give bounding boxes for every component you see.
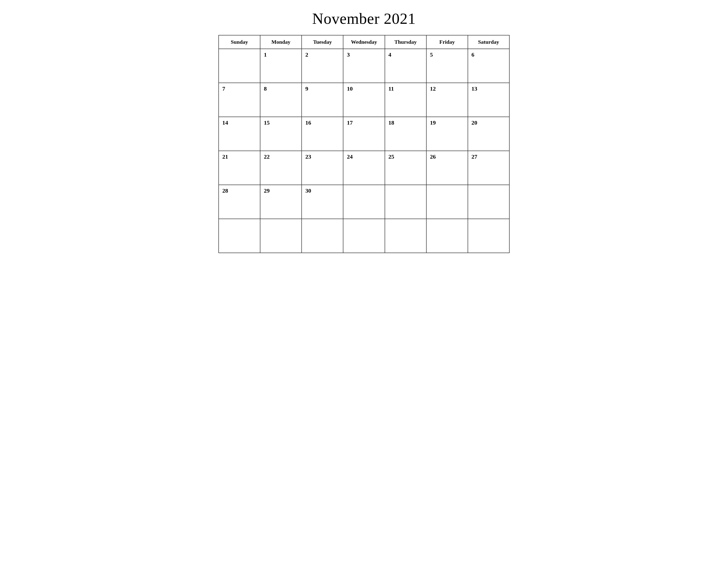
calendar-table: SundayMondayTuesdayWednesdayThursdayFrid… — [218, 35, 510, 253]
day-of-week-header: Monday — [260, 35, 302, 49]
calendar-day-cell: 29 — [260, 185, 302, 219]
calendar-week-row: 14151617181920 — [219, 117, 509, 151]
calendar-week-row — [219, 219, 509, 253]
calendar-day-cell: 1 — [260, 49, 302, 83]
calendar-day-cell: 30 — [302, 185, 343, 219]
day-number: 10 — [347, 85, 381, 92]
day-of-week-header: Sunday — [219, 35, 260, 49]
calendar-day-cell: 21 — [219, 151, 260, 185]
calendar-day-cell: 11 — [385, 83, 426, 117]
day-number: 2 — [305, 51, 339, 58]
calendar-day-cell: 26 — [426, 151, 468, 185]
calendar-day-cell: 2 — [302, 49, 343, 83]
calendar-day-cell: 8 — [260, 83, 302, 117]
day-number: 1 — [264, 51, 298, 58]
header-row: SundayMondayTuesdayWednesdayThursdayFrid… — [219, 35, 509, 49]
calendar-week-row: 21222324252627 — [219, 151, 509, 185]
calendar-day-cell — [468, 185, 509, 219]
day-number: 11 — [389, 85, 423, 92]
calendar-day-cell: 27 — [468, 151, 509, 185]
calendar-day-cell — [219, 219, 260, 253]
calendar-week-row: 282930 — [219, 185, 509, 219]
day-number: 19 — [430, 119, 464, 126]
day-number: 15 — [264, 119, 298, 126]
calendar-day-cell: 28 — [219, 185, 260, 219]
calendar-day-cell — [343, 185, 385, 219]
calendar-day-cell: 25 — [385, 151, 426, 185]
calendar-day-cell: 9 — [302, 83, 343, 117]
day-number: 27 — [472, 153, 506, 160]
day-number: 18 — [389, 119, 423, 126]
day-number: 4 — [389, 51, 423, 58]
day-number: 28 — [222, 187, 256, 194]
day-number: 25 — [389, 153, 423, 160]
calendar-day-cell: 14 — [219, 117, 260, 151]
day-number: 29 — [264, 187, 298, 194]
day-number: 21 — [222, 153, 256, 160]
calendar-day-cell: 3 — [343, 49, 385, 83]
day-number: 6 — [472, 51, 506, 58]
day-of-week-header: Friday — [426, 35, 468, 49]
day-number: 26 — [430, 153, 464, 160]
calendar-day-cell: 12 — [426, 83, 468, 117]
day-number: 16 — [305, 119, 339, 126]
calendar-day-cell: 4 — [385, 49, 426, 83]
calendar-day-cell — [385, 185, 426, 219]
calendar-day-cell: 10 — [343, 83, 385, 117]
day-number: 22 — [264, 153, 298, 160]
calendar-day-cell: 19 — [426, 117, 468, 151]
day-of-week-header: Tuesday — [302, 35, 343, 49]
day-number: 13 — [472, 85, 506, 92]
calendar-day-cell — [385, 219, 426, 253]
calendar-week-row: 78910111213 — [219, 83, 509, 117]
calendar-day-cell: 17 — [343, 117, 385, 151]
calendar-day-cell — [302, 219, 343, 253]
calendar-day-cell: 18 — [385, 117, 426, 151]
calendar-title: November 2021 — [218, 10, 510, 28]
day-number: 23 — [305, 153, 339, 160]
calendar-day-cell — [219, 49, 260, 83]
calendar-day-cell: 24 — [343, 151, 385, 185]
day-number: 30 — [305, 187, 339, 194]
day-number: 7 — [222, 85, 256, 92]
calendar-day-cell — [468, 219, 509, 253]
day-number: 3 — [347, 51, 381, 58]
calendar-day-cell: 16 — [302, 117, 343, 151]
calendar-container: November 2021 SundayMondayTuesdayWednesd… — [218, 10, 510, 253]
calendar-day-cell — [343, 219, 385, 253]
calendar-day-cell — [426, 185, 468, 219]
day-number: 17 — [347, 119, 381, 126]
day-of-week-header: Wednesday — [343, 35, 385, 49]
calendar-day-cell — [260, 219, 302, 253]
day-of-week-header: Thursday — [385, 35, 426, 49]
day-number: 9 — [305, 85, 339, 92]
calendar-day-cell: 13 — [468, 83, 509, 117]
calendar-day-cell: 6 — [468, 49, 509, 83]
day-number: 5 — [430, 51, 464, 58]
day-number: 24 — [347, 153, 381, 160]
calendar-day-cell: 7 — [219, 83, 260, 117]
day-number: 14 — [222, 119, 256, 126]
calendar-day-cell — [426, 219, 468, 253]
calendar-day-cell: 5 — [426, 49, 468, 83]
day-number: 8 — [264, 85, 298, 92]
day-number: 12 — [430, 85, 464, 92]
calendar-day-cell: 15 — [260, 117, 302, 151]
calendar-day-cell: 23 — [302, 151, 343, 185]
calendar-day-cell: 22 — [260, 151, 302, 185]
day-number: 20 — [472, 119, 506, 126]
calendar-week-row: 123456 — [219, 49, 509, 83]
calendar-day-cell: 20 — [468, 117, 509, 151]
day-of-week-header: Saturday — [468, 35, 509, 49]
